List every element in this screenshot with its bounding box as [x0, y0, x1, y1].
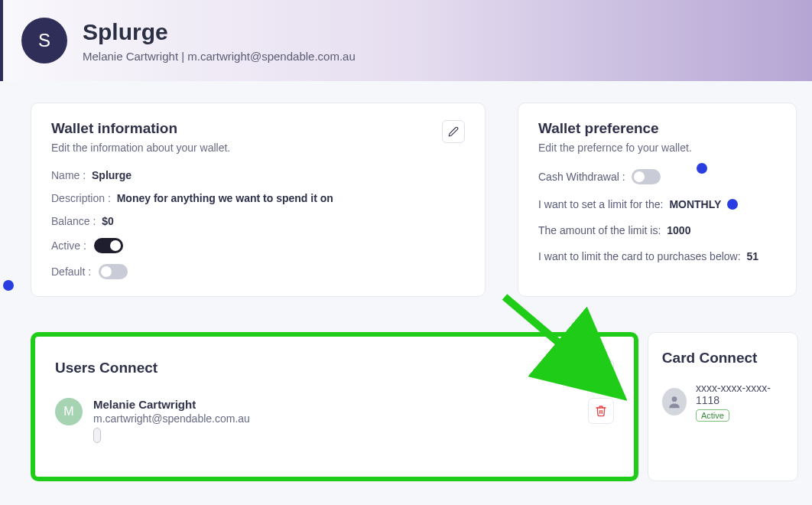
- limit-period-value[interactable]: MONTHLY: [669, 198, 721, 210]
- wallet-avatar: S: [21, 18, 67, 64]
- page-title: Splurge: [83, 19, 356, 45]
- active-label: Active :: [51, 239, 86, 252]
- active-toggle[interactable]: [94, 238, 123, 253]
- card-number: xxxx-xxxx-xxxx-1118: [696, 382, 784, 406]
- add-user-button[interactable]: [591, 360, 614, 383]
- limit-amount-label: The amount of the limit is:: [538, 224, 661, 236]
- card-connect-title: Card Connect: [662, 350, 784, 367]
- page-header: S Splurge Melanie Cartwright | m.cartwri…: [0, 0, 812, 81]
- limit-amount-value[interactable]: 1000: [667, 224, 690, 236]
- balance-value: $0: [102, 215, 114, 227]
- user-tag-pill: [93, 428, 101, 443]
- users-connect-card: Users Connect M Melanie Cartwright m.car…: [31, 332, 638, 481]
- wallet-info-subtitle: Edit the information about your wallet.: [51, 142, 230, 154]
- default-toggle[interactable]: [99, 264, 128, 279]
- purchase-limit-label: I want to limit the card to purchases be…: [538, 250, 741, 262]
- balance-label: Balance :: [51, 215, 96, 227]
- cash-withdrawal-label: Cash Withdrawal :: [538, 171, 625, 183]
- purchase-limit-value[interactable]: 51: [747, 250, 759, 262]
- page-subtitle: Melanie Cartwright | m.cartwright@spenda…: [83, 50, 356, 63]
- wallet-pref-subtitle: Edit the prefernce fo your wallet.: [538, 142, 776, 154]
- description-label: Description :: [51, 192, 111, 204]
- wallet-info-title: Wallet information: [51, 120, 230, 137]
- wallet-preference-card: Wallet preference Edit the prefernce fo …: [518, 103, 797, 297]
- wallet-information-card: Wallet information Edit the information …: [31, 103, 486, 297]
- cash-withdrawal-toggle[interactable]: [632, 169, 661, 184]
- description-value: Money for anything we want to spend it o…: [117, 192, 333, 204]
- pencil-icon: [448, 126, 459, 137]
- plus-icon: [596, 365, 609, 377]
- user-avatar: M: [55, 398, 83, 425]
- indicator-dot: [697, 163, 707, 174]
- card-list-item: xxxx-xxxx-xxxx-1118 Active: [662, 382, 784, 422]
- person-icon: [667, 394, 682, 409]
- indicator-dot: [727, 199, 738, 210]
- delete-user-button[interactable]: [588, 398, 614, 424]
- limit-period-label: I want to set a limit for the:: [538, 198, 663, 210]
- card-avatar: [662, 388, 687, 415]
- card-connect-card: Card Connect xxxx-xxxx-xxxx-1118 Active: [648, 332, 798, 481]
- svg-point-2: [672, 396, 677, 402]
- trash-icon: [595, 405, 607, 417]
- user-name: Melanie Cartwright: [93, 398, 577, 411]
- name-value: Splurge: [92, 169, 132, 181]
- default-label: Default :: [51, 266, 91, 278]
- name-label: Name :: [51, 169, 86, 181]
- user-email: m.cartwright@spendable.com.au: [93, 412, 577, 425]
- wallet-pref-title: Wallet preference: [538, 120, 776, 137]
- users-connect-title: Users Connect: [55, 360, 158, 376]
- status-badge: Active: [696, 409, 729, 422]
- edit-wallet-button[interactable]: [442, 120, 465, 143]
- user-list-item: M Melanie Cartwright m.cartwright@spenda…: [55, 398, 614, 446]
